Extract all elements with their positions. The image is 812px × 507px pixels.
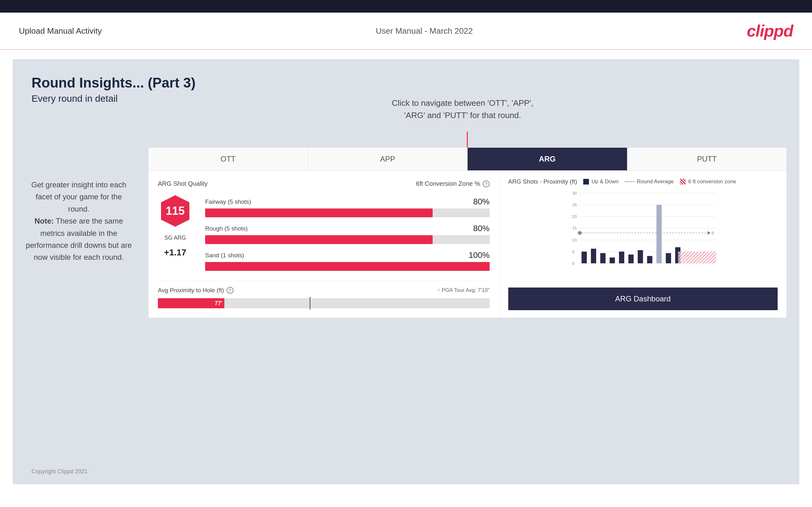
- bar-pct-rough: 80%: [473, 224, 490, 233]
- hex-score-value: 115: [166, 204, 185, 218]
- sg-value: +1.17: [164, 247, 187, 258]
- bar-fill-sand: [205, 262, 490, 271]
- hexagon-container: 115 SG ARG +1.17: [158, 194, 193, 271]
- svg-rect-33: [656, 205, 662, 263]
- bar-label-sand: Sand (1 shots): [205, 252, 244, 259]
- nav-hint-line1: Click to navigate between 'OTT', 'APP',: [392, 98, 534, 108]
- bar-row-rough: Rough (5 shots) 80%: [205, 224, 490, 244]
- svg-rect-27: [600, 253, 606, 264]
- tab-putt[interactable]: PUTT: [627, 148, 787, 170]
- svg-rect-29: [619, 251, 624, 263]
- nav-hint-line2: 'ARG' and 'PUTT' for that round.: [404, 111, 521, 120]
- bar-pct-sand: 100%: [468, 250, 490, 260]
- chart-area: 30 25 20 15 10 5 0: [508, 190, 778, 282]
- proximity-bar-track: 77': [158, 298, 490, 308]
- manual-label: User Manual - March 2022: [376, 26, 473, 36]
- section-headers: ARG Shot Quality 6ft Conversion Zone % ?: [158, 180, 490, 187]
- tab-ott[interactable]: OTT: [148, 148, 308, 170]
- bar-rows: Fairway (5 shots) 80% Rough (5 shots) 80…: [205, 194, 490, 271]
- bar-fill-rough: [205, 235, 433, 244]
- right-panel: ARG Shots - Proximity (ft) Up & Down Rou…: [499, 171, 786, 318]
- bar-label-rough: Rough (5 shots): [205, 225, 248, 232]
- legend-conversion: 6 ft conversion zone: [680, 178, 736, 185]
- bar-row-fairway: Fairway (5 shots) 80%: [205, 197, 490, 217]
- svg-rect-26: [591, 249, 596, 263]
- svg-text:25: 25: [572, 203, 577, 207]
- upload-label[interactable]: Upload Manual Activity: [19, 26, 102, 36]
- svg-text:0: 0: [572, 261, 574, 266]
- proximity-header: Avg Proximity to Hole (ft) ? ↑ PGA Tour …: [158, 287, 490, 294]
- bar-pct-fairway: 80%: [473, 197, 490, 207]
- svg-text:8: 8: [711, 230, 714, 235]
- page-title: Round Insights... (Part 3): [32, 75, 780, 91]
- svg-rect-30: [628, 255, 633, 263]
- svg-rect-28: [610, 258, 615, 264]
- bar-track-fairway: [205, 209, 490, 217]
- top-bar: [0, 0, 812, 13]
- legend-dashed-icon: [625, 181, 634, 182]
- proximity-help-icon[interactable]: ?: [226, 287, 234, 294]
- proximity-bar-fill: 77': [158, 298, 224, 308]
- bar-fill-fairway: [205, 209, 433, 217]
- logo: clippd: [747, 21, 793, 40]
- chart-header: ARG Shots - Proximity (ft) Up & Down Rou…: [508, 178, 778, 185]
- svg-rect-34: [666, 253, 671, 264]
- score-area: 115 SG ARG +1.17 Fairway (5 shots) 80%: [158, 194, 490, 271]
- proximity-section: Avg Proximity to Hole (ft) ? ↑ PGA Tour …: [158, 280, 490, 308]
- tab-arg[interactable]: ARG: [468, 148, 627, 170]
- left-description: Get greater insight into each facet of y…: [25, 179, 132, 264]
- header-left: Upload Manual Activity: [19, 26, 102, 36]
- svg-rect-25: [581, 251, 587, 263]
- left-panel: ARG Shot Quality 6ft Conversion Zone % ?…: [148, 171, 499, 318]
- note-label: Note:: [34, 217, 54, 225]
- pga-label: ↑ PGA Tour Avg: 7'10": [437, 287, 490, 293]
- svg-marker-20: [707, 231, 711, 235]
- svg-point-19: [578, 231, 581, 235]
- conversion-help-icon[interactable]: ?: [483, 180, 490, 187]
- svg-text:15: 15: [572, 226, 577, 230]
- nav-hint: Click to navigate between 'OTT', 'APP', …: [392, 97, 534, 122]
- bar-track-sand: [205, 262, 490, 271]
- dashboard-body: ARG Shot Quality 6ft Conversion Zone % ?…: [148, 171, 786, 318]
- hexagon-score: 115: [158, 194, 193, 228]
- legend-roundavg: Round Average: [625, 178, 674, 185]
- proximity-label: Avg Proximity to Hole (ft) ?: [158, 287, 234, 294]
- legend-square-icon: [583, 179, 589, 184]
- bar-row-sand: Sand (1 shots) 100%: [205, 250, 490, 271]
- dashboard-card: OTT APP ARG PUTT ARG Shot Quality 6ft Co…: [148, 148, 787, 318]
- svg-text:10: 10: [572, 238, 577, 242]
- tabs: OTT APP ARG PUTT: [148, 148, 786, 171]
- sg-label: SG ARG: [164, 235, 186, 241]
- svg-text:30: 30: [572, 191, 577, 195]
- tab-app[interactable]: APP: [308, 148, 468, 170]
- section-title: ARG Shot Quality: [158, 180, 208, 187]
- header: Upload Manual Activity User Manual - Mar…: [0, 13, 812, 50]
- svg-text:20: 20: [572, 214, 577, 219]
- svg-rect-36: [678, 251, 716, 263]
- bar-track-rough: [205, 235, 490, 244]
- legend-updown: Up & Down: [583, 178, 618, 185]
- chart-title: ARG Shots - Proximity (ft): [508, 178, 577, 185]
- chart-svg: 30 25 20 15 10 5 0: [508, 190, 778, 272]
- svg-text:5: 5: [572, 249, 574, 254]
- proximity-cursor: [310, 297, 310, 309]
- main-content: Round Insights... (Part 3) Every round i…: [13, 59, 799, 484]
- svg-rect-32: [647, 256, 652, 263]
- bar-label-fairway: Fairway (5 shots): [205, 199, 251, 205]
- legend-hatched-icon: [680, 179, 686, 184]
- footer: Copyright Clippd 2021: [32, 468, 88, 475]
- conversion-label: 6ft Conversion Zone % ?: [416, 180, 489, 187]
- svg-rect-31: [638, 250, 643, 263]
- arg-dashboard-button[interactable]: ARG Dashboard: [508, 287, 778, 310]
